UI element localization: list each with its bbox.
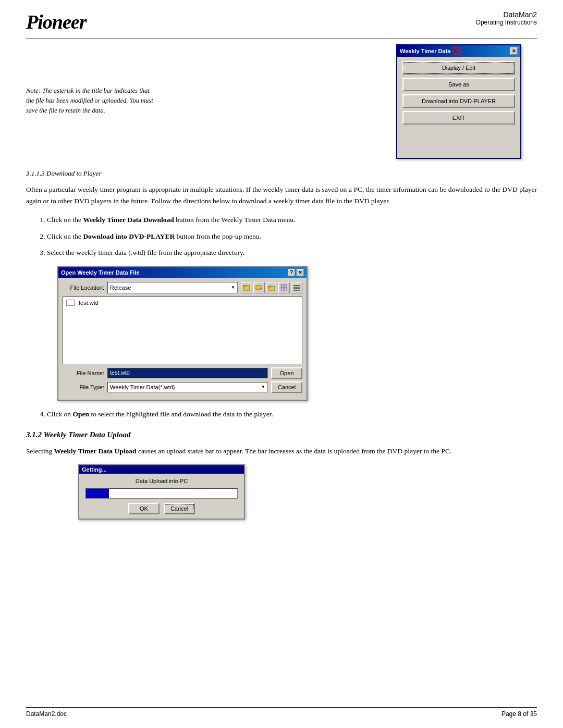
asterisk-indicator: * bbox=[452, 47, 461, 55]
save-as-button[interactable]: Save as bbox=[402, 78, 515, 91]
exit-button[interactable]: EXIT bbox=[402, 111, 515, 125]
section-3-1-2: 3.1.2 Weekly Timer Data Upload Selecting… bbox=[26, 430, 537, 520]
download-steps-list: Click on the Weekly Timer Data Download … bbox=[47, 214, 537, 258]
bold-text: Weekly Timer Data Upload bbox=[54, 447, 137, 455]
file-location-row: File Location: Release ▼ * bbox=[63, 282, 302, 293]
ok-button[interactable]: OK bbox=[128, 503, 160, 514]
toolbar-icon-btn[interactable]: * bbox=[253, 282, 265, 293]
file-location-dropdown[interactable]: Release ▼ bbox=[107, 282, 238, 293]
svg-text:*: * bbox=[260, 287, 262, 291]
page-footer: DataMan2.doc Page 8 of 35 bbox=[26, 707, 537, 718]
list-item: Select the weekly timer data (.wtd) file… bbox=[47, 247, 537, 258]
step4-list: Click on Open to select the highlighted … bbox=[47, 409, 537, 420]
cancel-button[interactable]: Cancel bbox=[164, 503, 195, 514]
getting-dialog-body: Data Upload into PC OK Cancel bbox=[79, 474, 244, 519]
pioneer-logo: Pioneer bbox=[26, 10, 86, 33]
file-location-label: File Location: bbox=[63, 285, 104, 291]
note-label: Note: bbox=[26, 87, 41, 94]
open-file-dialog: Open Weekly Timer Data File ? ✕ File Loc… bbox=[57, 266, 308, 401]
toolbar-icon-btn[interactable] bbox=[278, 282, 290, 293]
getting-dialog: Getting... Data Upload into PC OK Cancel bbox=[78, 464, 245, 520]
footer-left: DataMan2.doc bbox=[26, 710, 67, 718]
cancel-button-label: Cancel bbox=[278, 384, 296, 390]
toolbar-icon-btn[interactable] bbox=[291, 282, 302, 293]
getting-buttons: OK Cancel bbox=[85, 503, 238, 514]
list-item: Click on the Weekly Timer Data Download … bbox=[47, 214, 537, 226]
file-name-row: File Name: test.wtd Open bbox=[63, 367, 302, 379]
file-item-name: test.wtd bbox=[79, 300, 99, 306]
file-location-value: Release bbox=[110, 285, 131, 291]
open-file-titlebar: Open Weekly Timer Data File ? ✕ bbox=[58, 267, 307, 278]
list-item: Click on the Download into DVD-PLAYER bu… bbox=[47, 231, 537, 242]
note-block: Note: The asterisk in the title bar indi… bbox=[26, 86, 156, 115]
section-3-1-1-3: 3.1.1.3 Download to Player Often a parti… bbox=[26, 169, 537, 420]
section-3-1-2-para: Selecting Weekly Timer Data Upload cause… bbox=[26, 446, 537, 457]
bold-text: Weekly Timer Data Download bbox=[83, 216, 174, 224]
note-content: The asterisk in the title bar indicates … bbox=[26, 87, 153, 114]
titlebar-title-area: Weekly Timer Data * bbox=[400, 47, 461, 55]
upload-label: Data Upload into PC bbox=[85, 478, 238, 484]
ok-button-label: OK bbox=[140, 505, 148, 512]
svg-rect-5 bbox=[284, 285, 287, 287]
file-type-row: File Type: Weekly Timer Data(*.wtd) ▼ Ca… bbox=[63, 381, 302, 393]
file-item[interactable]: test.wtd bbox=[65, 299, 300, 306]
bold-text: Download into DVD-PLAYER bbox=[83, 232, 175, 240]
open-bold: Open bbox=[73, 410, 90, 418]
top-section: Note: The asterisk in the title bar indi… bbox=[26, 44, 537, 159]
file-type-value: Weekly Timer Data(*.wtd) bbox=[110, 384, 175, 390]
page-header: Pioneer DataMan2 Operating Instructions bbox=[0, 0, 563, 39]
list-item: Click on Open to select the highlighted … bbox=[47, 409, 537, 420]
file-item-icon bbox=[66, 300, 75, 306]
file-list-area: test.wtd bbox=[63, 297, 302, 364]
open-file-dialog-body: File Location: Release ▼ * bbox=[58, 278, 307, 400]
download-dvd-button[interactable]: Download into DVD-PLAYER bbox=[402, 94, 515, 108]
toolbar-icons: * bbox=[241, 282, 302, 293]
weekly-timer-dialog: Weekly Timer Data * ✕ Display / Edit Sav… bbox=[396, 44, 521, 159]
file-name-input[interactable]: test.wtd bbox=[107, 368, 268, 378]
section-3-1-1-3-heading: 3.1.1.3 Download to Player bbox=[26, 169, 537, 178]
dropdown-arrow-icon: ▼ bbox=[231, 285, 235, 290]
file-name-value: test.wtd bbox=[110, 369, 130, 376]
app-subtitle: Operating Instructions bbox=[476, 19, 537, 26]
section-3-1-1-3-para: Often a particular weekly timer program … bbox=[26, 184, 537, 206]
section-3-1-2-heading: 3.1.2 Weekly Timer Data Upload bbox=[26, 430, 537, 439]
file-type-dropdown-arrow: ▼ bbox=[261, 385, 265, 389]
open-file-dialog-title: Open Weekly Timer Data File bbox=[61, 269, 140, 276]
toolbar-icon-btn[interactable] bbox=[266, 282, 277, 293]
getting-dialog-title: Getting... bbox=[82, 466, 107, 473]
header-right: DataMan2 Operating Instructions bbox=[476, 10, 537, 26]
open-button[interactable]: Open bbox=[271, 367, 302, 379]
progress-bar-container bbox=[85, 488, 238, 499]
main-content: Note: The asterisk in the title bar indi… bbox=[0, 39, 563, 543]
svg-rect-4 bbox=[281, 285, 284, 287]
progress-bar-fill bbox=[86, 489, 109, 498]
open-file-close-btn[interactable]: ✕ bbox=[297, 269, 304, 276]
dialog-title: Weekly Timer Data bbox=[400, 48, 450, 54]
file-type-dropdown[interactable]: Weekly Timer Data(*.wtd) ▼ bbox=[107, 382, 268, 392]
open-button-label: Open bbox=[280, 370, 294, 376]
app-name: DataMan2 bbox=[476, 10, 537, 19]
dialog-close-button[interactable]: ✕ bbox=[510, 47, 518, 55]
help-btn[interactable]: ? bbox=[288, 269, 295, 276]
svg-rect-7 bbox=[284, 288, 287, 290]
cancel-button[interactable]: Cancel bbox=[271, 381, 302, 393]
getting-titlebar: Getting... bbox=[79, 465, 244, 474]
display-edit-button[interactable]: Display / Edit bbox=[402, 61, 515, 75]
footer-right: Page 8 of 35 bbox=[501, 710, 537, 718]
cancel-button-label: Cancel bbox=[170, 505, 188, 512]
toolbar-icon-btn[interactable] bbox=[241, 282, 252, 293]
weekly-timer-dialog-body: Display / Edit Save as Download into DVD… bbox=[397, 57, 520, 129]
file-type-label: File Type: bbox=[63, 384, 104, 390]
file-name-label: File Name: bbox=[63, 370, 104, 376]
svg-rect-6 bbox=[281, 288, 284, 290]
weekly-timer-titlebar: Weekly Timer Data * ✕ bbox=[397, 45, 520, 57]
